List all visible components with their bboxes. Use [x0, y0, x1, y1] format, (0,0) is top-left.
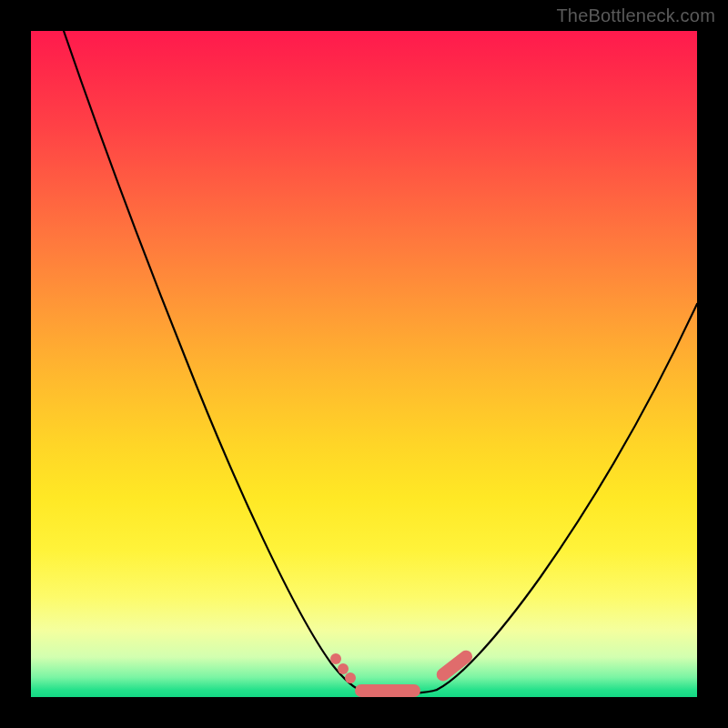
marker-dot	[338, 663, 349, 674]
marker-pill-floor	[355, 684, 420, 697]
bottleneck-curve	[31, 31, 697, 697]
marker-dot	[330, 653, 341, 664]
marker-dot	[345, 672, 356, 683]
plot-area	[31, 31, 697, 697]
curve-right-branch	[437, 304, 697, 690]
watermark-text: TheBottleneck.com	[556, 5, 715, 26]
chart-stage: TheBottleneck.com	[0, 0, 728, 728]
curve-left-branch	[64, 31, 364, 692]
